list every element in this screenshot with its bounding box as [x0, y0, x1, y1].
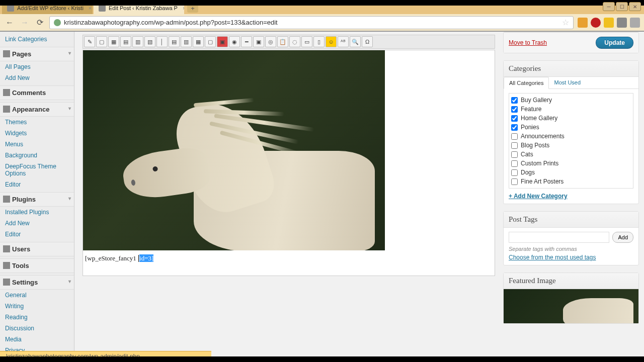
toolbar-button[interactable]: ▧: [144, 36, 155, 47]
category-checkbox[interactable]: [511, 142, 518, 149]
sidebar-section-comments[interactable]: Comments: [0, 85, 74, 100]
toolbar-button[interactable]: ▥: [181, 36, 192, 47]
category-label: Announcements: [521, 133, 565, 140]
sidebar-item-widgets[interactable]: Widgets: [0, 128, 74, 139]
sidebar-item-link-categories[interactable]: Link Categories: [0, 34, 74, 45]
category-row[interactable]: Blog Posts: [511, 141, 631, 150]
category-checkbox[interactable]: [511, 160, 518, 167]
post-image[interactable]: [83, 50, 385, 250]
toolbar-button[interactable]: ▢: [96, 36, 107, 47]
sidebar-item-writing[interactable]: Writing: [0, 301, 74, 312]
extension-icon[interactable]: [604, 18, 614, 28]
sidebar-section-users[interactable]: Users: [0, 242, 74, 256]
sidebar-item-add-page[interactable]: Add New: [0, 72, 74, 83]
shortcode-pre: [wp_eStore_fancy1: [85, 254, 138, 262]
toolbar-button[interactable]: ▣: [253, 36, 264, 47]
sidebar-item-editor[interactable]: Editor: [0, 179, 74, 190]
category-row[interactable]: Custom Prints: [511, 159, 631, 168]
toolbar-button[interactable]: ▭: [301, 36, 312, 47]
url-input[interactable]: kristinzabawaphotography.com/wp-admin/po…: [49, 16, 574, 29]
globe-icon: [54, 19, 61, 26]
extension-icon[interactable]: [617, 18, 627, 28]
toolbar-button[interactable]: ▥: [132, 36, 143, 47]
sidebar-item-general[interactable]: General: [0, 290, 74, 301]
sidebar-item-theme-options[interactable]: DeepFocus Theme Options: [0, 161, 74, 179]
extension-icon[interactable]: [578, 18, 588, 28]
window-minimize[interactable]: ─: [603, 2, 615, 11]
move-to-trash-link[interactable]: Move to Trash: [509, 39, 547, 46]
category-checkbox[interactable]: [511, 151, 518, 158]
category-checkbox[interactable]: [511, 169, 518, 176]
toolbar-button[interactable]: ▢: [205, 36, 216, 47]
wrench-icon[interactable]: [630, 18, 640, 28]
category-checkbox[interactable]: [511, 106, 518, 113]
sidebar-section-tools[interactable]: Tools: [0, 258, 74, 273]
category-row[interactable]: Ponies: [511, 123, 631, 132]
category-checkbox[interactable]: [511, 97, 518, 104]
shortcode-text[interactable]: [wp_eStore_fancy1 id=3]: [83, 250, 495, 266]
bookmark-icon[interactable]: ☆: [562, 18, 569, 27]
tab-most-used[interactable]: Most Used: [549, 77, 586, 88]
toolbar-button[interactable]: ◌: [289, 36, 300, 47]
add-tag-button[interactable]: Add: [612, 232, 633, 243]
emoji-icon[interactable]: ☺: [326, 36, 337, 47]
toolbar-button[interactable]: ━: [241, 36, 252, 47]
featured-image-thumbnail[interactable]: [504, 289, 638, 323]
sidebar-item-media[interactable]: Media: [0, 334, 74, 345]
toolbar-button[interactable]: ▣: [217, 36, 228, 47]
window-maximize[interactable]: ☐: [616, 2, 628, 11]
category-list[interactable]: Buy GalleryFeatureHome GalleryPoniesAnno…: [509, 93, 633, 189]
forward-button[interactable]: →: [19, 17, 30, 28]
window-close[interactable]: ✕: [629, 2, 641, 11]
choose-tags-link[interactable]: Choose from the most used tags: [509, 254, 596, 261]
sidebar-section-appearance[interactable]: Appearance▾: [0, 102, 74, 117]
add-category-link[interactable]: + Add New Category: [509, 193, 568, 200]
tab-label: Edit Post ‹ Kristin Zabawa P: [109, 5, 178, 11]
sidebar-item-menus[interactable]: Menus: [0, 139, 74, 150]
toolbar-button[interactable]: ▦: [193, 36, 204, 47]
toolbar-button[interactable]: ◎: [265, 36, 276, 47]
sidebar-item-themes[interactable]: Themes: [0, 117, 74, 128]
toolbar-button[interactable]: ▤: [169, 36, 180, 47]
sidebar-item-installed-plugins[interactable]: Installed Plugins: [0, 207, 74, 218]
toolbar-button[interactable]: ▤: [120, 36, 131, 47]
toolbar-button[interactable]: ◉: [229, 36, 240, 47]
extension-icon[interactable]: [591, 18, 601, 28]
category-row[interactable]: Cats: [511, 150, 631, 159]
tab-all-categories[interactable]: All Categories: [504, 77, 549, 89]
category-row[interactable]: Home Gallery: [511, 114, 631, 123]
toolbar-button[interactable]: 📋: [277, 36, 288, 47]
sidebar-item-all-pages[interactable]: All Pages: [0, 61, 74, 72]
category-checkbox[interactable]: [511, 178, 518, 185]
category-checkbox[interactable]: [511, 133, 518, 140]
category-row[interactable]: Announcements: [511, 132, 631, 141]
update-button[interactable]: Update: [596, 37, 633, 49]
toolbar-button[interactable]: ▯: [313, 36, 325, 47]
category-checkbox[interactable]: [511, 124, 518, 131]
close-icon[interactable]: ×: [183, 5, 184, 11]
toolbar-button[interactable]: ✎: [84, 36, 95, 47]
toolbar-button[interactable]: ▦: [108, 36, 119, 47]
omega-icon[interactable]: Ω: [362, 36, 373, 47]
spellcheck-icon[interactable]: ᴬᴮ: [338, 36, 349, 47]
category-row[interactable]: Buy Gallery: [511, 96, 631, 105]
category-row[interactable]: Dogs: [511, 168, 631, 177]
category-row[interactable]: Fine Art Posters: [511, 177, 631, 186]
category-row[interactable]: Feature: [511, 105, 631, 114]
sidebar-item-discussion[interactable]: Discussion: [0, 323, 74, 334]
toolbar-button[interactable]: │: [156, 36, 168, 47]
sidebar-section-plugins[interactable]: Plugins▾: [0, 192, 74, 207]
sidebar-section-pages[interactable]: Pages▾: [0, 47, 74, 61]
editor-content[interactable]: [wp_eStore_fancy1 id=3]: [83, 50, 495, 276]
sidebar-item-plugin-editor[interactable]: Editor: [0, 229, 74, 240]
close-icon[interactable]: ×: [89, 5, 92, 11]
sidebar-item-reading[interactable]: Reading: [0, 312, 74, 323]
reload-button[interactable]: ⟳: [34, 17, 45, 28]
sidebar-section-settings[interactable]: Settings▾: [0, 275, 74, 290]
tag-input[interactable]: [509, 232, 609, 243]
category-checkbox[interactable]: [511, 115, 518, 122]
back-button[interactable]: ←: [4, 17, 15, 28]
find-icon[interactable]: 🔍: [350, 36, 361, 47]
sidebar-item-background[interactable]: Background: [0, 150, 74, 161]
sidebar-item-add-plugin[interactable]: Add New: [0, 218, 74, 229]
